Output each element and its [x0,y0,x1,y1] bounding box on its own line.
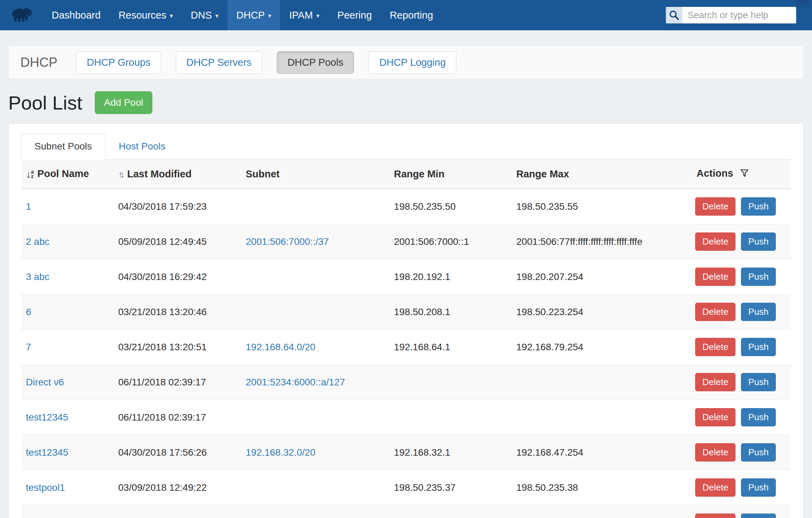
pool-name-cell: 7 [21,330,113,365]
nav-label: Peering [337,10,372,21]
push-button[interactable]: Push [741,373,776,391]
col-header-range-max: Range Max [511,159,692,189]
push-button[interactable]: Push [741,303,776,321]
dhcp-pools-button[interactable]: DHCP Pools [277,51,354,74]
subnet-cell: 2001:5234:6000::a/127 [241,365,389,400]
nav-item-dhcp[interactable]: DHCP ▾ [227,0,280,30]
delete-button[interactable]: Delete [695,408,735,426]
pool-name-link[interactable]: 6 [26,307,31,317]
pool-name-link[interactable]: test12345 [26,447,68,458]
chevron-down-icon: ▾ [170,12,173,20]
range-max-cell [511,365,692,400]
actions-cell: Delete Push [692,224,791,259]
dhcp-logging-button[interactable]: DHCP Logging [368,51,456,74]
chevron-down-icon: ▾ [316,12,319,20]
subnet-link[interactable]: 2001:506:7000::/37 [246,236,329,247]
table-row: Direct v6 06/11/2018 02:39:17 2001:5234:… [21,365,791,400]
push-button[interactable]: Push [741,197,776,216]
col-header-pool-name[interactable]: ↓ az Pool Name [21,159,113,189]
nav-item-ipam[interactable]: IPAM ▾ [280,0,328,30]
table-row: test12345 06/11/2018 02:39:17 Delete Pus… [21,400,791,435]
pool-table-body: 1 04/30/2018 17:59:23 198.50.235.50 198.… [21,189,791,518]
page-title: Pool List [8,92,82,114]
push-button[interactable]: Push [741,478,776,497]
nav-item-peering[interactable]: Peering [328,0,381,30]
pool-name-link[interactable]: testpool1 [26,482,65,493]
delete-button[interactable]: Delete [695,338,735,356]
col-label: Subnet [246,168,280,179]
range-max-cell: 198.20.207.254 [511,259,692,294]
pool-name-link[interactable]: 1 [26,201,31,212]
delete-button[interactable]: Delete [695,443,735,462]
range-min-cell [389,400,511,435]
pool-name-cell: test12345 [21,435,113,470]
delete-button[interactable]: Delete [695,268,735,286]
last-modified-cell: 04/30/2018 17:56:26 [113,435,241,470]
range-max-cell: 198.50.235.55 [511,189,692,224]
push-button[interactable]: Push [741,408,776,426]
nav-item-reporting[interactable]: Reporting [381,0,442,30]
push-button[interactable]: Push [741,232,776,251]
pool-name-link[interactable]: test12345 [26,412,68,423]
push-button[interactable]: Push [741,338,776,356]
range-min-cell: 2001:506:7000::1 [389,224,511,259]
nav-label: DHCP [236,10,265,21]
nav-label: Resources [119,10,166,21]
range-min-cell: 198.50.235.37 [389,470,511,505]
nav-item-resources[interactable]: Resources ▾ [110,0,182,30]
push-button[interactable]: Push [741,268,776,286]
search-input[interactable] [682,7,796,23]
delete-button[interactable]: Delete [695,373,735,391]
range-min-cell: 198.50.235.29 [389,505,511,518]
pool-name-cell: 6 [21,294,113,330]
filter-funnel-icon[interactable] [737,169,749,180]
last-modified-cell: 05/09/2018 12:49:45 [113,224,241,259]
nav-label: IPAM [289,10,313,21]
subnet-link[interactable]: 192.168.32.0/20 [246,447,315,458]
delete-button[interactable]: Delete [695,232,735,251]
tab-subnet-pools[interactable]: Subnet Pools [21,133,105,159]
delete-button[interactable]: Delete [695,478,735,497]
delete-button[interactable]: Delete [695,514,735,518]
pool-name-cell: test12345 [21,400,113,435]
sort-updown-icon: ↑↓ [118,169,122,179]
dhcp-servers-button[interactable]: DHCP Servers [176,51,263,74]
subnet-link[interactable]: 192.168.64.0/20 [246,342,315,352]
pool-name-link[interactable]: 3 abc [26,271,50,282]
last-modified-cell: 04/27/2018 12:36:20 [113,505,241,518]
push-button[interactable]: Push [741,443,776,462]
nav-item-dns[interactable]: DNS ▾ [182,0,227,30]
actions-cell: Delete Push [692,470,791,505]
subnet-cell [241,259,389,294]
col-header-last-modified[interactable]: ↑↓Last Modified [113,159,241,189]
nav-search-group [666,0,796,30]
table-row: 7 03/21/2018 13:20:51 192.168.64.0/20 19… [21,330,791,365]
pool-name-link[interactable]: 2 abc [26,236,50,247]
add-pool-button[interactable]: Add Pool [95,91,153,114]
subnet-link[interactable]: 2001:5234:6000::a/127 [246,377,345,387]
main-nav: Dashboard Resources ▾ DNS ▾ DHCP ▾ IPAM … [43,0,442,30]
delete-button[interactable]: Delete [695,303,735,321]
pool-name-cell: TestPool1 [21,505,113,518]
col-label: Pool Name [37,168,89,179]
nav-item-dashboard[interactable]: Dashboard [43,0,110,30]
chevron-down-icon: ▾ [268,12,271,20]
pool-name-cell: 3 abc [21,259,113,294]
col-label: Actions [697,168,733,179]
chevron-down-icon: ▾ [215,12,219,20]
pool-name-cell: testpool1 [21,470,113,505]
pool-name-link[interactable]: 7 [26,342,31,352]
table-row: 2 abc 05/09/2018 12:49:45 2001:506:7000:… [21,224,791,259]
pool-name-link[interactable]: Direct v6 [26,377,64,387]
push-button[interactable]: Push [741,514,776,518]
provision-logo[interactable] [0,0,43,30]
subnet-cell: 192.168.64.0/20 [241,330,389,365]
range-max-cell: 192.168.79.254 [511,330,692,365]
subnet-cell: 192.168.32.0/20 [241,435,389,470]
last-modified-cell: 04/30/2018 17:59:23 [113,189,241,224]
tab-host-pools[interactable]: Host Pools [105,133,179,159]
subnet-cell [241,189,389,224]
delete-button[interactable]: Delete [695,197,735,216]
search-icon[interactable] [666,7,682,23]
dhcp-groups-button[interactable]: DHCP Groups [76,51,161,74]
